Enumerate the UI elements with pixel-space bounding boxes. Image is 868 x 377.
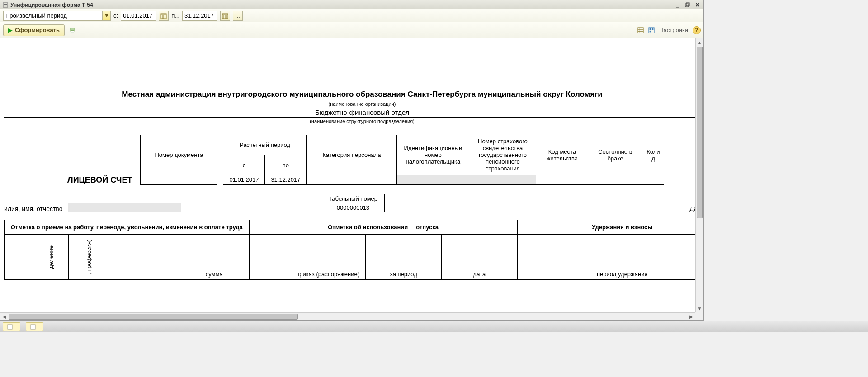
val-children xyxy=(642,175,664,184)
date-from-picker-button[interactable] xyxy=(159,11,169,21)
vertical-scroll-thumb[interactable] xyxy=(697,47,703,218)
to-label: п... xyxy=(171,12,179,19)
birthdate-label: Дата рож xyxy=(689,205,695,212)
document-content: Утв Местная администрация внутригородско… xyxy=(0,38,695,280)
scroll-down-button[interactable]: ▼ xyxy=(696,304,703,312)
hdr-to: по xyxy=(265,155,307,175)
vertical-scrollbar[interactable]: ▲ ▼ xyxy=(695,38,703,312)
period-mode-select[interactable]: Произвольный период xyxy=(3,11,111,21)
window-icon xyxy=(2,2,9,8)
val-marital xyxy=(588,175,642,184)
app-window: Унифицированная форма Т-54 _ ✕ Произволь… xyxy=(0,0,704,321)
col-order: приказ (распоряжение) xyxy=(290,235,366,280)
hdr-snils: Номер страхового свидетельства государст… xyxy=(469,135,536,175)
minimize-button[interactable]: _ xyxy=(674,1,682,9)
svg-rect-25 xyxy=(8,325,12,329)
tabel-table: Табельный номер 0000000013 xyxy=(321,194,385,212)
scrollbar-corner xyxy=(695,312,703,320)
svg-rect-16 xyxy=(638,27,643,33)
hdr-inn: Идентификационный номер налогоплательщик… xyxy=(397,135,469,175)
from-label: с: xyxy=(113,12,118,19)
fio-value xyxy=(68,203,181,212)
svg-rect-1 xyxy=(4,4,7,5)
svg-rect-3 xyxy=(686,3,689,6)
col-department: деление xyxy=(33,235,68,280)
horizontal-scrollbar[interactable]: ◀ ▶ xyxy=(0,312,695,320)
settings-link[interactable]: Настройки xyxy=(659,27,688,33)
svg-rect-22 xyxy=(650,28,651,30)
taskbar-item-label xyxy=(15,324,16,330)
section-deductions: Удержания и взносы xyxy=(517,220,695,235)
dropdown-icon[interactable] xyxy=(102,11,110,20)
tabel-value: 0000000013 xyxy=(321,203,385,212)
settings-label: Настройки xyxy=(659,27,688,33)
generate-button[interactable]: ▶ Сформировать xyxy=(3,24,65,36)
val-staff-category xyxy=(307,175,397,184)
hdr-doc-number: Номер документа xyxy=(141,135,217,175)
close-button[interactable]: ✕ xyxy=(693,1,702,9)
val-from: 01.01.2017 xyxy=(223,175,265,184)
col-sum: сумма xyxy=(179,235,249,280)
col-profession: , профессия) xyxy=(68,235,109,280)
taskbar xyxy=(0,321,868,332)
generate-label: Сформировать xyxy=(15,27,60,33)
action-toolbar: ▶ Сформировать Настройки ? xyxy=(0,22,703,38)
col-f xyxy=(249,235,290,280)
svg-rect-26 xyxy=(31,325,35,329)
dept-underline xyxy=(4,117,695,118)
col-l xyxy=(669,235,695,280)
details-table: Отметка о приеме на работу, переводе, ув… xyxy=(4,220,695,280)
help-button[interactable]: ? xyxy=(693,26,701,34)
hdr-residence: Код места жительства xyxy=(536,135,588,175)
hdr-staff-category: Категория персонала xyxy=(307,135,397,175)
department-name: Бюджетно-финансовый отдел xyxy=(4,108,695,116)
val-residence xyxy=(536,175,588,184)
horizontal-scroll-thumb[interactable] xyxy=(9,314,298,320)
approval-stamp: Утв xyxy=(4,49,695,57)
col-d xyxy=(109,235,179,280)
col-date: дата xyxy=(442,235,518,280)
fio-label: илия, имя, отчество xyxy=(4,205,62,212)
document-icon xyxy=(30,324,36,330)
titlebar: Унифицированная форма Т-54 _ ✕ xyxy=(0,0,703,9)
scroll-left-button[interactable]: ◀ xyxy=(0,313,9,320)
dept-hint: (наименование структурного подразделения… xyxy=(4,118,695,124)
date-to-picker-button[interactable] xyxy=(220,11,230,21)
period-mode-value: Произвольный период xyxy=(5,12,67,19)
svg-rect-24 xyxy=(650,30,651,32)
section-vacation: Отметки об использовании отпуска xyxy=(249,220,517,235)
print-icon[interactable] xyxy=(69,27,75,33)
hdr-marital: Состояние в браке xyxy=(588,135,642,175)
header-table: Номер документа Расчетный период Категор… xyxy=(140,135,664,185)
maximize-button[interactable] xyxy=(684,1,692,9)
table-icon[interactable] xyxy=(637,27,644,33)
play-icon: ▶ xyxy=(8,27,12,33)
date-from-value: 01.01.2017 xyxy=(123,12,152,19)
scroll-up-button[interactable]: ▲ xyxy=(696,38,703,47)
window-controls: _ ✕ xyxy=(674,1,702,9)
settings-icon[interactable] xyxy=(648,27,655,33)
period-toolbar: Произвольный период с: 01.01.2017 п... 3… xyxy=(0,9,703,22)
window-title: Унифицированная форма Т-54 xyxy=(10,2,674,8)
date-to-input[interactable]: 31.12.2017 xyxy=(182,11,217,21)
col-j xyxy=(517,235,576,280)
document-viewport[interactable]: Утв Местная администрация внутригородско… xyxy=(0,38,695,312)
document-icon xyxy=(7,324,13,330)
organization-name: Местная администрация внутригородского м… xyxy=(4,90,695,99)
col-hold-period: период удержания xyxy=(576,235,669,280)
document-area: Утв Местная администрация внутригородско… xyxy=(0,38,703,320)
date-from-input[interactable]: 01.01.2017 xyxy=(121,11,156,21)
taskbar-item[interactable] xyxy=(3,322,20,331)
svg-rect-0 xyxy=(3,3,8,7)
taskbar-item[interactable] xyxy=(26,322,43,331)
tabel-label: Табельный номер xyxy=(321,194,385,203)
hdr-calc-period: Расчетный период xyxy=(223,135,307,155)
val-doc-number xyxy=(141,175,217,184)
scroll-right-button[interactable]: ▶ xyxy=(687,313,695,320)
val-snils: XXX-XXX-XXX XX xyxy=(469,175,536,184)
period-more-button[interactable]: … xyxy=(233,11,243,21)
col-for-period: за период xyxy=(366,235,442,280)
svg-rect-2 xyxy=(685,4,689,7)
col-a xyxy=(5,235,33,280)
hdr-children: Коли д xyxy=(642,135,664,175)
